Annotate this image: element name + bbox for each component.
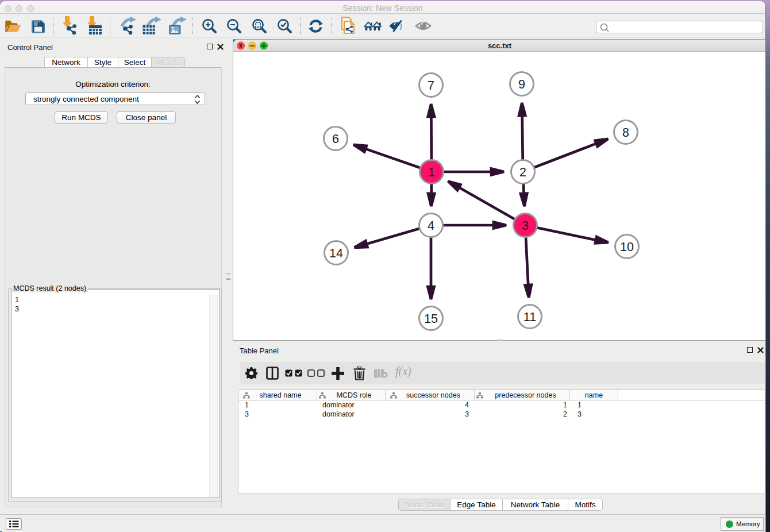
svg-text:8: 8 <box>622 126 629 140</box>
svg-text:7: 7 <box>428 79 434 92</box>
svg-text:14: 14 <box>329 246 343 260</box>
svg-text:11: 11 <box>523 310 536 324</box>
svg-text:1: 1 <box>428 165 435 179</box>
svg-text:6: 6 <box>332 132 339 146</box>
svg-text:9: 9 <box>518 78 525 91</box>
svg-text:10: 10 <box>620 240 634 254</box>
svg-text:3: 3 <box>522 219 529 233</box>
svg-text:2: 2 <box>519 165 526 179</box>
svg-text:15: 15 <box>424 312 438 326</box>
svg-text:4: 4 <box>428 219 434 233</box>
